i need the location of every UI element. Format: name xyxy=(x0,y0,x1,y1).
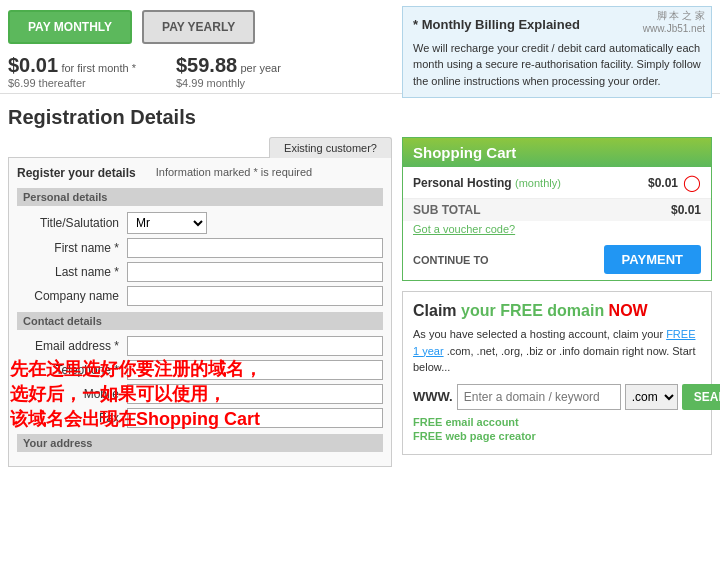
monthly-price-desc: for first month * xyxy=(61,62,136,74)
personal-details-section: Personal details xyxy=(17,188,383,206)
info-required-label: Information marked * is required xyxy=(156,166,313,180)
cart-header: Shopping Cart xyxy=(403,138,711,167)
mobile-row: Mobile xyxy=(17,384,383,404)
mobile-label: Mobile xyxy=(17,387,127,401)
continue-label: CONTINUE TO xyxy=(413,254,489,266)
domain-keyword-input[interactable] xyxy=(457,384,621,410)
telephone-label: Telephone * xyxy=(17,363,127,377)
watermark-line2: www.Jb51.net xyxy=(643,22,705,35)
cart-item-price: $0.01 xyxy=(648,176,678,190)
free-email-label: FREE email account xyxy=(413,416,519,428)
contact-details-section: Contact details xyxy=(17,312,383,330)
email-row: Email address * xyxy=(17,336,383,356)
monthly-price: $0.01 xyxy=(8,54,58,76)
domain-ext-select[interactable]: .com .net .org .biz .info xyxy=(625,384,678,410)
remove-item-button[interactable]: ◯ xyxy=(683,173,701,192)
subtotal-row: SUB TOTAL $0.01 xyxy=(403,199,711,221)
left-panel: Existing customer? Register your details… xyxy=(8,137,392,467)
claim-text-free: your FREE domain xyxy=(461,302,604,319)
fax-input[interactable] xyxy=(127,408,383,428)
voucher-row: Got a voucher code? xyxy=(403,221,711,239)
voucher-link[interactable]: Got a voucher code? xyxy=(413,223,515,235)
billing-info-box: 脚 本 之 家 www.Jb51.net * Monthly Billing E… xyxy=(402,6,712,98)
shopping-cart: Shopping Cart Personal Hosting (monthly)… xyxy=(402,137,712,281)
yearly-price-secondary: $4.99 monthly xyxy=(176,77,281,89)
free-link[interactable]: FREE 1 year xyxy=(413,328,695,357)
billing-info-text: We will recharge your credit / debit car… xyxy=(413,40,701,90)
watermark-line1: 脚 本 之 家 xyxy=(643,9,705,22)
claim-text-now: NOW xyxy=(609,302,648,319)
last-name-input[interactable] xyxy=(127,262,383,282)
continue-row: CONTINUE TO PAYMENT xyxy=(403,239,711,280)
www-label: WWW. xyxy=(413,389,453,404)
registration-header: Registration Details xyxy=(0,93,720,137)
title-salutation-select[interactable]: Mr Mrs Ms Dr xyxy=(127,212,207,234)
monthly-price-secondary: $6.99 thereafter xyxy=(8,77,136,89)
last-name-label: Last name * xyxy=(17,265,127,279)
monthly-price-block: $0.01 for first month * $6.99 thereafter xyxy=(8,54,136,89)
company-name-label: Company name xyxy=(17,289,127,303)
company-name-row: Company name xyxy=(17,286,383,306)
subtotal-label: SUB TOTAL xyxy=(413,203,481,217)
register-details-label: Register your details xyxy=(17,166,136,180)
email-label: Email address * xyxy=(17,339,127,353)
free-webpage-label: FREE web page creator xyxy=(413,430,536,442)
claim-text-1: Claim xyxy=(413,302,457,319)
telephone-input[interactable] xyxy=(127,360,383,380)
existing-customer-label[interactable]: Existing customer? xyxy=(269,137,392,158)
title-salutation-row: Title/Salutation Mr Mrs Ms Dr xyxy=(17,212,383,234)
cart-item-freq: (monthly) xyxy=(515,177,561,189)
telephone-row: Telephone * xyxy=(17,360,383,380)
first-name-row: First name * xyxy=(17,238,383,258)
pay-yearly-button[interactable]: PAY YEARLY xyxy=(142,10,255,44)
first-name-label: First name * xyxy=(17,241,127,255)
pay-monthly-button[interactable]: PAY MONTHLY xyxy=(8,10,132,44)
your-address-section: Your address xyxy=(17,434,383,452)
free-domain-box: Claim your FREE domain NOW As you have s… xyxy=(402,291,712,455)
registration-form: Register your details Information marked… xyxy=(8,157,392,467)
cart-item-name: Personal Hosting xyxy=(413,176,512,190)
domain-links: FREE email account FREE web page creator xyxy=(413,416,701,442)
yearly-price-block: $59.88 per year $4.99 monthly xyxy=(176,54,281,89)
cart-item-row: Personal Hosting (monthly) $0.01 ◯ xyxy=(403,167,711,199)
claim-title: Claim your FREE domain NOW xyxy=(413,302,701,320)
fax-row: Fax xyxy=(17,408,383,428)
email-input[interactable] xyxy=(127,336,383,356)
domain-input-row: WWW. .com .net .org .biz .info SEARCH xyxy=(413,384,701,410)
title-salutation-label: Title/Salutation xyxy=(17,216,127,230)
yearly-price: $59.88 xyxy=(176,54,237,76)
mobile-input[interactable] xyxy=(127,384,383,404)
first-name-input[interactable] xyxy=(127,238,383,258)
right-panel: Shopping Cart Personal Hosting (monthly)… xyxy=(402,137,712,467)
company-name-input[interactable] xyxy=(127,286,383,306)
existing-customer-tab[interactable]: Existing customer? xyxy=(8,137,392,158)
fax-label: Fax xyxy=(17,411,127,425)
yearly-price-desc: per year xyxy=(241,62,281,74)
last-name-row: Last name * xyxy=(17,262,383,282)
payment-button[interactable]: PAYMENT xyxy=(604,245,701,274)
subtotal-value: $0.01 xyxy=(671,203,701,217)
domain-desc: As you have selected a hosting account, … xyxy=(413,326,701,376)
domain-search-button[interactable]: SEARCH xyxy=(682,384,720,410)
